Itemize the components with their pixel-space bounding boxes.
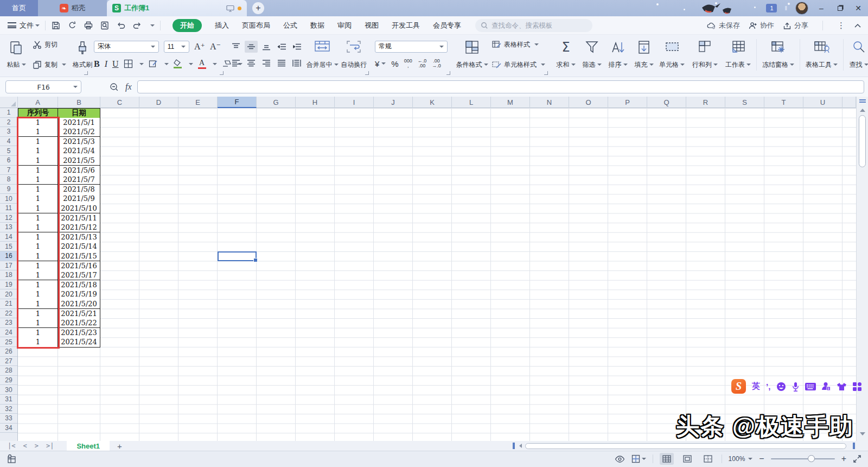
row-header-29[interactable]: 29 (0, 376, 17, 386)
table-cell[interactable]: 2021/5/7 (58, 175, 100, 185)
row-header-7[interactable]: 7 (0, 166, 17, 175)
hamburger-icon[interactable] (8, 22, 16, 28)
increase-font-icon[interactable]: A⁺ (194, 41, 205, 52)
normal-view-button[interactable] (660, 453, 674, 465)
zoom-out-button[interactable]: − (759, 454, 764, 464)
italic-button[interactable]: I (105, 59, 107, 69)
minimize-button[interactable]: – (816, 4, 827, 12)
table-cell[interactable]: 2021/5/2 (58, 127, 100, 137)
active-cell-selection[interactable] (218, 251, 257, 261)
row-header-23[interactable]: 23 (0, 318, 17, 328)
ime-account-icon[interactable] (822, 382, 831, 391)
more-commands-caret[interactable] (150, 24, 155, 27)
row-header-33[interactable]: 33 (0, 414, 17, 424)
table-cell[interactable]: 2021/5/24 (58, 337, 100, 347)
copy-button[interactable]: 复制 (33, 60, 66, 70)
table-cell[interactable]: 2021/5/5 (58, 156, 100, 166)
formula-zoom-icon[interactable] (110, 83, 119, 92)
h-scroll-thumb[interactable] (525, 443, 846, 449)
reading-mode-icon[interactable] (631, 455, 646, 463)
row-header-19[interactable]: 19 (0, 280, 17, 290)
currency-button[interactable]: ¥ (375, 59, 379, 68)
close-button[interactable]: ✕ (853, 4, 864, 12)
file-menu[interactable]: 文件 (20, 21, 34, 30)
align-middle-button[interactable] (245, 41, 258, 53)
table-cell[interactable]: 2021/5/18 (58, 280, 100, 290)
table-cell[interactable]: 2021/5/20 (58, 299, 100, 309)
undo-icon[interactable] (116, 21, 126, 30)
tab-workbook[interactable]: S 工作簿1 (107, 0, 247, 16)
rows-cols-button[interactable]: 行和列 (690, 39, 720, 71)
worksheet-button[interactable]: 工作表 (723, 39, 753, 71)
command-search[interactable] (475, 19, 592, 32)
row-header-2[interactable]: 2 (0, 118, 17, 128)
column-header-I[interactable]: I (335, 97, 374, 108)
cut-button[interactable]: 剪切 (33, 40, 66, 49)
redo-icon[interactable] (132, 21, 142, 30)
justify-button[interactable] (275, 57, 288, 69)
fullscreen-icon[interactable] (853, 455, 861, 463)
ime-emoji-icon[interactable] (776, 382, 786, 392)
merge-center-button[interactable]: 合并居中 (308, 39, 337, 71)
column-header-P[interactable]: P (608, 97, 647, 108)
ime-punctuation-mode[interactable]: ’, (766, 382, 770, 391)
row-header-12[interactable]: 12 (0, 213, 17, 223)
ime-voice-icon[interactable] (792, 382, 799, 392)
zoom-level-caret[interactable] (748, 458, 752, 460)
font-color-button[interactable]: A (198, 59, 206, 69)
fill-color-button[interactable] (174, 59, 182, 68)
cells-button[interactable]: 单元格 (657, 39, 687, 71)
column-header-M[interactable]: M (491, 97, 530, 108)
user-avatar[interactable] (795, 2, 808, 15)
sum-button[interactable]: Σ 求和 (554, 39, 578, 71)
table-cell[interactable]: 2021/5/21 (58, 309, 100, 319)
filter-button[interactable]: 筛选 (580, 39, 604, 71)
zoom-level-label[interactable]: 100% (729, 455, 745, 463)
scroll-down-arrow[interactable] (860, 432, 865, 436)
styles-dialog-launcher[interactable] (544, 71, 548, 75)
clipboard-dialog-launcher[interactable] (84, 71, 88, 75)
column-header-S[interactable]: S (725, 97, 764, 108)
cells-layer[interactable]: 序列号日期12021/5/112021/5/212021/5/312021/5/… (18, 108, 856, 441)
conditional-format-button[interactable]: 条件格式 (456, 39, 488, 71)
row-header-9[interactable]: 9 (0, 185, 17, 194)
column-header-N[interactable]: N (530, 97, 569, 108)
font-dialog-launcher[interactable] (220, 71, 224, 75)
borders-button[interactable] (124, 59, 133, 68)
restore-button[interactable] (834, 4, 845, 12)
account-badge[interactable]: 1 (766, 4, 777, 12)
table-cell[interactable]: 2021/5/17 (58, 270, 100, 280)
row-header-3[interactable]: 3 (0, 127, 17, 137)
column-header-Q[interactable]: Q (647, 97, 686, 108)
table-cell[interactable]: 2021/5/1 (58, 118, 100, 128)
search-input[interactable] (492, 22, 584, 29)
align-left-button[interactable] (229, 57, 242, 69)
number-format-select[interactable]: 常规 (375, 41, 448, 53)
row-header-27[interactable]: 27 (0, 357, 17, 367)
table-cell[interactable]: 2021/5/13 (58, 232, 100, 242)
sogou-logo-icon[interactable]: S (731, 379, 746, 394)
menu-tab-会员专享[interactable]: 会员专享 (433, 21, 461, 30)
align-center-button[interactable] (245, 57, 258, 69)
row-header-16[interactable]: 16 (0, 251, 17, 261)
v-scroll-thumb[interactable] (859, 115, 866, 167)
freeze-panes-button[interactable]: 冻结窗格 (760, 39, 796, 71)
collaborate-button[interactable]: 协作 (749, 21, 774, 30)
paste-button[interactable]: 粘贴 (4, 39, 28, 71)
status-sheet-icon[interactable] (7, 454, 17, 465)
row-header-20[interactable]: 20 (0, 289, 17, 299)
table-cell[interactable]: 2021/5/3 (58, 137, 100, 147)
align-bottom-button[interactable] (260, 41, 273, 53)
column-header-J[interactable]: J (374, 97, 413, 108)
row-header-6[interactable]: 6 (0, 156, 17, 166)
menu-tab-开发工具[interactable]: 开发工具 (392, 21, 420, 30)
table-cell[interactable]: 2021/5/6 (58, 166, 100, 175)
row-header-21[interactable]: 21 (0, 299, 17, 309)
alignment-dialog-launcher[interactable] (365, 71, 369, 75)
row-header-15[interactable]: 15 (0, 242, 17, 251)
h-split-handle-right[interactable] (853, 443, 855, 449)
column-header-H[interactable]: H (296, 97, 335, 108)
menu-tab-插入[interactable]: 插入 (215, 21, 229, 30)
row-header-4[interactable]: 4 (0, 137, 17, 147)
font-size-select[interactable]: 11 (164, 41, 189, 53)
